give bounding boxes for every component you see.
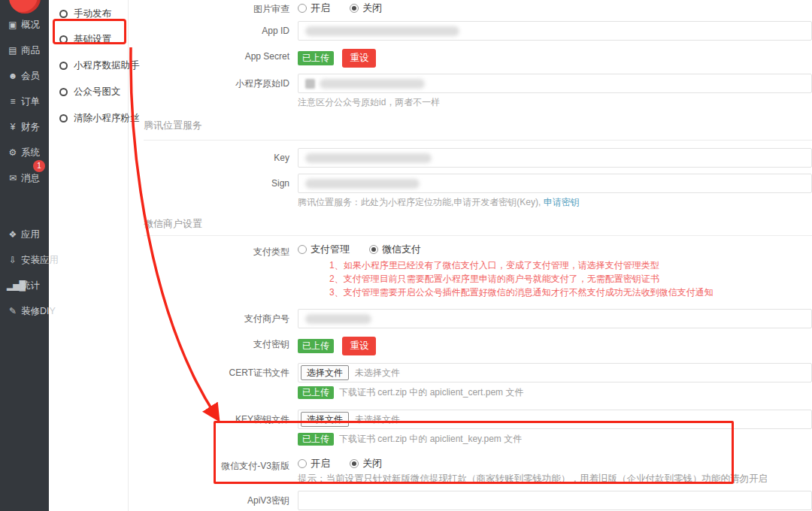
- app-logo[interactable]: [9, 0, 41, 14]
- bar-chart-icon: ▂▅█: [7, 274, 18, 297]
- settings-form: 图片审查 开启 关闭 App ID App Secret 已上传 重设: [129, 0, 812, 511]
- sidebar-item-finance[interactable]: ¥财务: [0, 116, 49, 138]
- v3-off-radio[interactable]: [350, 459, 359, 468]
- apiv3-key-label: ApiV3密钥: [129, 491, 298, 510]
- redacted-value: [320, 79, 425, 89]
- sidebar-item-statistics[interactable]: ▂▅█统计: [0, 274, 49, 297]
- cert-uploaded-badge: 已上传: [298, 386, 334, 399]
- sidebar-item-label: 财务: [21, 122, 40, 132]
- original-id-input[interactable]: [298, 74, 812, 93]
- install-icon: ⇩: [7, 249, 18, 271]
- image-review-label: 图片审查: [129, 1, 298, 15]
- pay-type-wechat-radio[interactable]: [369, 245, 378, 254]
- merchant-no-label: 支付商户号: [129, 309, 298, 328]
- apply-key-link[interactable]: 申请密钥: [544, 197, 580, 207]
- sidebar-item-label: 会员: [21, 71, 40, 81]
- redacted-value: [305, 314, 371, 324]
- overview-icon: ▣: [7, 14, 18, 36]
- cert-file-input[interactable]: 选择文件 未选择文件: [298, 363, 812, 382]
- pay-secret-label: 支付密钥: [129, 334, 298, 354]
- radio-option-label: 支付管理: [311, 243, 350, 256]
- location-sign-row: Sign 腾讯位置服务：此处为小程序定位功能,申请开发者密钥(Key), 申请密…: [129, 174, 812, 208]
- redacted-value: [305, 179, 420, 189]
- app-id-label: App ID: [129, 21, 298, 41]
- submenu-item-basic-settings[interactable]: 基础设置: [59, 32, 111, 47]
- sidebar-item-label: 系统: [21, 147, 40, 158]
- apiv3-key-row: ApiV3密钥: [129, 491, 812, 510]
- sidebar-item-orders[interactable]: ≡订单: [0, 90, 49, 113]
- cert-file-placeholder: 未选择文件: [355, 367, 400, 379]
- location-key-label: Key: [129, 148, 298, 168]
- sidebar-item-label: 应用: [21, 229, 40, 240]
- cert-file-note: 下载证书 cert.zip 中的 apiclient_cert.pem 文件: [339, 386, 523, 399]
- key-file-placeholder: 未选择文件: [355, 413, 400, 426]
- sidebar-item-label: 订单: [21, 96, 40, 107]
- image-review-row: 图片审查 开启 关闭: [129, 1, 812, 15]
- location-sign-input[interactable]: [298, 174, 812, 193]
- key-file-input[interactable]: 选择文件 未选择文件: [298, 410, 812, 429]
- key-file-note: 下载证书 cert.zip 中的 apiclient_key.pem 文件: [339, 433, 522, 446]
- sidebar-item-decorate-diy[interactable]: ✎装修DIY: [0, 300, 49, 322]
- wechat-pay-v3-row: 微信支付-V3新版 开启 关闭 提示：当前设置只针对新版微信提现打款（商家转账到…: [129, 458, 812, 485]
- pay-type-manage-radio[interactable]: [298, 245, 307, 254]
- orders-icon: ≡: [7, 90, 18, 113]
- radio-option-label: 关闭: [362, 457, 382, 470]
- key-uploaded-badge: 已上传: [298, 433, 334, 446]
- section-divider: [144, 140, 812, 141]
- sidebar-item-messages[interactable]: ✉消息1: [0, 167, 49, 189]
- sidebar-item-label: 安装应用: [21, 255, 59, 265]
- pay-type-note-3: 3、支付管理需要开启公众号插件配置好微信的消息通知才行不然支付成功无法收到微信支…: [329, 287, 812, 298]
- merchant-no-input[interactable]: [298, 309, 812, 328]
- sidebar-item-label: 概况: [21, 20, 40, 30]
- app-secret-uploaded-badge: 已上传: [298, 51, 334, 65]
- pay-type-note-2: 2、支付管理目前只需要配置小程序里申请的商户号就能支付了，无需配置密钥证书: [329, 274, 812, 285]
- location-sign-label: Sign: [129, 174, 298, 193]
- app-secret-reset-button[interactable]: 重设: [342, 49, 376, 68]
- submenu-item-label: 公众号图文: [74, 86, 121, 98]
- submenu-item-clear-miniprogram-fans[interactable]: 清除小程序粉丝: [59, 110, 140, 125]
- redacted-value: [305, 26, 459, 36]
- radio-option-label: 开启: [311, 2, 330, 15]
- sidebar-item-install-apps[interactable]: ⇩安装应用: [0, 249, 49, 271]
- key-file-row: KEY密钥文件 选择文件 未选择文件 已上传 下载证书 cert.zip 中的 …: [129, 410, 812, 446]
- wechat-pay-v3-label: 微信支付-V3新版: [129, 458, 298, 472]
- merchant-no-row: 支付商户号: [129, 309, 812, 328]
- section-divider: [144, 235, 812, 236]
- location-key-input[interactable]: [298, 148, 812, 168]
- original-id-note: 注意区分公众号原始id，两者不一样: [298, 97, 812, 108]
- submenu-item-official-account-articles[interactable]: 公众号图文: [59, 84, 121, 99]
- system-gear-icon: ⚙: [7, 141, 18, 164]
- v3-on-radio[interactable]: [298, 459, 307, 468]
- section-title-tencent-location: 腾讯位置服务: [144, 119, 812, 131]
- sidebar-item-members[interactable]: ☻会员: [0, 65, 49, 87]
- pay-secret-reset-button[interactable]: 重设: [342, 337, 376, 355]
- app-secret-row: App Secret 已上传 重设: [129, 47, 812, 68]
- sidebar-item-apps[interactable]: ❖应用: [0, 223, 49, 246]
- app-id-input[interactable]: [298, 21, 812, 41]
- redacted-value: [305, 79, 315, 89]
- radio-circle-icon: [59, 35, 68, 44]
- image-review-on-radio[interactable]: [298, 4, 307, 13]
- radio-option-label: 微信支付: [382, 243, 421, 256]
- apps-icon: ❖: [7, 223, 18, 246]
- submenu-item-miniprogram-data-assistant[interactable]: 小程序数据助手: [59, 58, 140, 73]
- page: ▣概况 ▤商品 ☻会员 ≡订单 ¥财务 ⚙系统 ✉消息1 ❖应用 ⇩安装应用 ▂…: [0, 0, 812, 511]
- redacted-value: [305, 153, 432, 163]
- cert-choose-file-button[interactable]: 选择文件: [301, 365, 349, 380]
- decorate-icon: ✎: [7, 300, 18, 322]
- v3-hint: 提示：当前设置只针对新版微信提现打款（商家转账到零钱功能），用着旧版（企业付款到…: [298, 473, 812, 485]
- app-id-row: App ID: [129, 21, 812, 41]
- cert-file-label: CERT证书文件: [129, 363, 298, 382]
- pay-secret-uploaded-badge: 已上传: [298, 339, 334, 353]
- location-note: 腾讯位置服务：此处为小程序定位功能,申请开发者密钥(Key), 申请密钥: [298, 197, 812, 208]
- settings-submenu: 手动发布 基础设置 小程序数据助手 公众号图文 清除小程序粉丝: [49, 0, 129, 511]
- key-choose-file-button[interactable]: 选择文件: [301, 412, 349, 427]
- sidebar-item-products[interactable]: ▤商品: [0, 39, 49, 62]
- original-id-label: 小程序原始ID: [129, 74, 298, 93]
- image-review-off-radio[interactable]: [350, 4, 359, 13]
- submenu-item-manual-publish[interactable]: 手动发布: [59, 6, 111, 21]
- products-icon: ▤: [7, 39, 18, 62]
- sidebar-item-overview[interactable]: ▣概况: [0, 14, 49, 36]
- apiv3-key-input[interactable]: [298, 491, 812, 510]
- sidebar-item-label: 消息: [21, 173, 40, 183]
